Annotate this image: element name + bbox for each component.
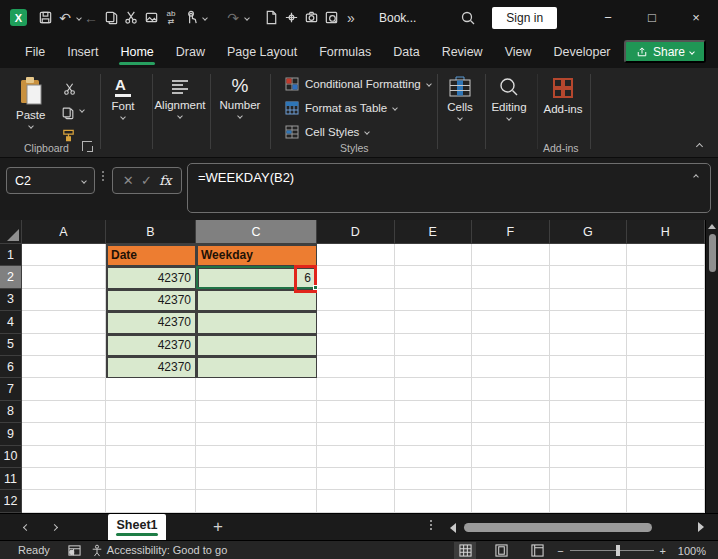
cell-C5[interactable] — [196, 334, 317, 356]
cell-E4[interactable] — [395, 311, 473, 333]
touch-mode-chevron-icon[interactable] — [202, 15, 208, 21]
conditional-formatting-button[interactable]: Conditional Formatting — [285, 77, 431, 91]
row-header-6[interactable]: 6 — [0, 356, 22, 378]
cell-F12[interactable] — [472, 490, 550, 512]
cut-icon[interactable] — [121, 7, 141, 29]
cell-G10[interactable] — [550, 446, 628, 468]
cell-H12[interactable] — [627, 490, 705, 512]
cell-G9[interactable] — [550, 423, 628, 445]
sign-in-button[interactable]: Sign in — [492, 7, 557, 29]
cell-B7[interactable] — [106, 378, 196, 400]
draw-anchor-icon[interactable] — [281, 7, 301, 29]
cell-D1[interactable] — [317, 244, 395, 266]
accessibility-icon[interactable] — [91, 544, 103, 557]
row-header-10[interactable]: 10 — [0, 446, 22, 468]
cell-G6[interactable] — [550, 356, 628, 378]
previous-sheet-icon[interactable] — [12, 525, 40, 530]
lookup-icon[interactable] — [321, 7, 341, 29]
column-header-B[interactable]: B — [106, 220, 196, 244]
cell-C1[interactable]: Weekday — [196, 244, 317, 266]
cell-G12[interactable] — [550, 490, 628, 512]
cell-C6[interactable] — [196, 356, 317, 378]
cell-A4[interactable] — [22, 311, 106, 333]
row-header-7[interactable]: 7 — [0, 378, 22, 400]
cell-C11[interactable] — [196, 468, 317, 490]
add-sheet-button[interactable]: + — [206, 517, 230, 537]
column-header-A[interactable]: A — [22, 220, 106, 244]
format-as-table-button[interactable]: Format as Table — [285, 101, 397, 115]
cell-H11[interactable] — [627, 468, 705, 490]
row-header-3[interactable]: 3 — [0, 289, 22, 311]
cell-H6[interactable] — [627, 356, 705, 378]
cell-A10[interactable] — [22, 446, 106, 468]
cell-H7[interactable] — [627, 378, 705, 400]
column-header-C[interactable]: C — [196, 220, 317, 244]
name-box-chevron-icon[interactable] — [81, 178, 87, 184]
row-header-5[interactable]: 5 — [0, 334, 22, 356]
cell-B8[interactable] — [106, 401, 196, 423]
collapse-ribbon-icon[interactable] — [696, 143, 703, 150]
clipboard-dialog-launcher-icon[interactable] — [82, 141, 92, 151]
cell-G11[interactable] — [550, 468, 628, 490]
cell-G7[interactable] — [550, 378, 628, 400]
scroll-left-icon[interactable] — [450, 523, 456, 533]
cell-D9[interactable] — [317, 423, 395, 445]
cell-E11[interactable] — [395, 468, 473, 490]
tab-home[interactable]: Home — [109, 39, 164, 65]
cell-F5[interactable] — [472, 334, 550, 356]
tab-data[interactable]: Data — [382, 39, 430, 65]
cell-G5[interactable] — [550, 334, 628, 356]
cell-E7[interactable] — [395, 378, 473, 400]
tab-review[interactable]: Review — [431, 39, 494, 65]
zoom-slider[interactable] — [570, 550, 654, 551]
cell-C8[interactable] — [196, 401, 317, 423]
picture-icon[interactable] — [141, 7, 161, 29]
editing-group-button[interactable]: Editing — [484, 76, 534, 120]
copy-icon[interactable] — [101, 7, 121, 29]
cell-G2[interactable] — [550, 266, 628, 288]
row-header-9[interactable]: 9 — [0, 423, 22, 445]
copy-small-icon[interactable] — [58, 102, 78, 124]
row-header-12[interactable]: 12 — [0, 490, 22, 512]
cell-E8[interactable] — [395, 401, 473, 423]
cells-group-button[interactable]: Cells — [438, 76, 482, 120]
tab-page-layout[interactable]: Page Layout — [216, 39, 308, 65]
cell-D11[interactable] — [317, 468, 395, 490]
cell-G4[interactable] — [550, 311, 628, 333]
touch-mode-icon[interactable] — [181, 7, 201, 29]
cell-E1[interactable] — [395, 244, 473, 266]
cut-small-icon[interactable] — [60, 78, 80, 100]
page-break-preview-button[interactable] — [526, 542, 548, 559]
cell-A1[interactable] — [22, 244, 106, 266]
cell-F2[interactable] — [472, 266, 550, 288]
paste-button[interactable]: Paste — [16, 76, 45, 128]
cell-E3[interactable] — [395, 289, 473, 311]
cell-B4[interactable]: 42370 — [106, 311, 196, 333]
cell-B6[interactable]: 42370 — [106, 356, 196, 378]
accessibility-status[interactable]: Accessibility: Good to go — [107, 544, 227, 556]
cell-H1[interactable] — [627, 244, 705, 266]
cell-E5[interactable] — [395, 334, 473, 356]
cell-C7[interactable] — [196, 378, 317, 400]
column-header-H[interactable]: H — [627, 220, 705, 244]
insert-function-icon[interactable]: fx — [159, 173, 171, 188]
maximize-button[interactable]: □ — [630, 0, 674, 35]
cell-F9[interactable] — [472, 423, 550, 445]
cell-H2[interactable] — [627, 266, 705, 288]
cell-F11[interactable] — [472, 468, 550, 490]
cell-E12[interactable] — [395, 490, 473, 512]
cell-C9[interactable] — [196, 423, 317, 445]
column-header-F[interactable]: F — [472, 220, 550, 244]
cell-B9[interactable] — [106, 423, 196, 445]
fill-handle[interactable] — [313, 285, 318, 290]
tab-file[interactable]: File — [14, 39, 56, 65]
cell-A9[interactable] — [22, 423, 106, 445]
cell-F1[interactable] — [472, 244, 550, 266]
search-icon[interactable] — [458, 7, 478, 29]
cell-E2[interactable] — [395, 266, 473, 288]
horizontal-scrollbar[interactable] — [450, 514, 705, 541]
font-group-button[interactable]: A Font — [103, 78, 143, 119]
cell-D10[interactable] — [317, 446, 395, 468]
cell-H9[interactable] — [627, 423, 705, 445]
zoom-slider-thumb[interactable] — [616, 545, 620, 556]
